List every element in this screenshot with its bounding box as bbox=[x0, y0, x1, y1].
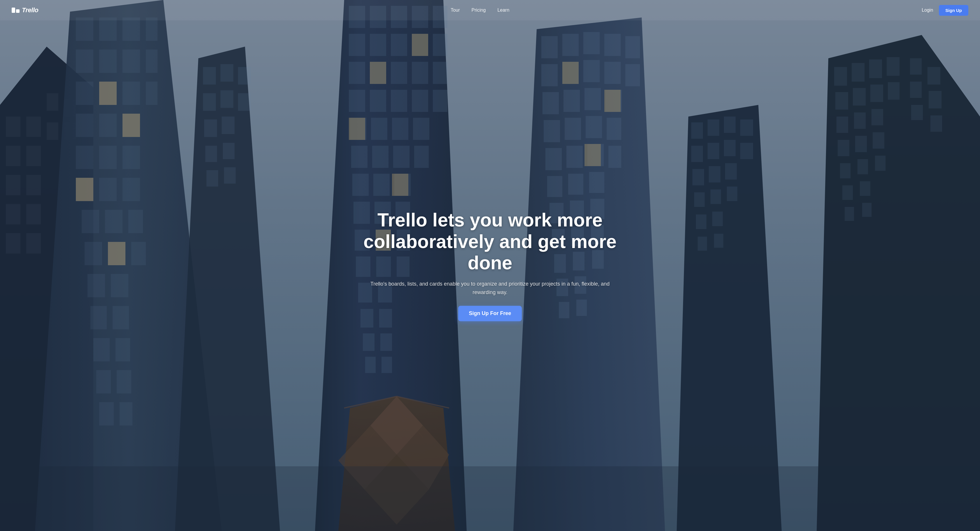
nav-link-learn[interactable]: Learn bbox=[497, 8, 509, 13]
nav-link-pricing[interactable]: Pricing bbox=[471, 8, 485, 13]
hero-subtitle: Trello's boards, lists, and cards enable… bbox=[359, 280, 621, 297]
hero-section: Trello Tour Pricing Learn Login Sign Up … bbox=[0, 0, 980, 531]
logo-link[interactable]: Trello bbox=[12, 6, 38, 14]
logo-text: Trello bbox=[22, 6, 38, 14]
navbar: Trello Tour Pricing Learn Login Sign Up bbox=[0, 0, 980, 21]
logo-icon bbox=[12, 8, 19, 13]
logo-icon-left bbox=[12, 8, 15, 13]
hero-content: Trello lets you work more collaborativel… bbox=[359, 209, 621, 321]
navbar-right: Login Sign Up bbox=[922, 5, 968, 16]
hero-cta-button[interactable]: Sign Up For Free bbox=[458, 306, 522, 322]
nav-link-tour[interactable]: Tour bbox=[450, 8, 460, 13]
login-link[interactable]: Login bbox=[922, 8, 933, 13]
hero-title: Trello lets you work more collaborativel… bbox=[359, 209, 621, 274]
signup-button[interactable]: Sign Up bbox=[939, 5, 968, 16]
logo-icon-right bbox=[16, 10, 19, 13]
navbar-left: Trello bbox=[12, 6, 38, 14]
navbar-center: Tour Pricing Learn bbox=[450, 8, 509, 13]
